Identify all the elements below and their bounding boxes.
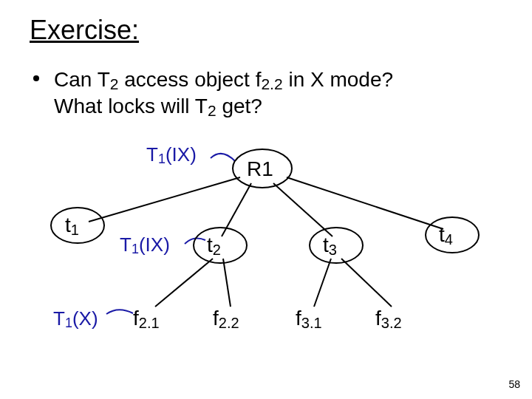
- edge-r1-t1: [89, 177, 240, 222]
- lock-label-r1: T1(IX): [146, 143, 197, 166]
- lock-arc-r1: [211, 154, 235, 161]
- tree-diagram: R1 t1 t2 t3 t4 f2.1 f2.2 f3.1 f3.2 T1(IX…: [0, 0, 532, 399]
- node-r1-label: R1: [247, 157, 273, 180]
- edge-t2-f22: [223, 259, 231, 307]
- node-f21-label: f2.1: [133, 307, 160, 331]
- lock-label-f21: T1(X): [53, 307, 98, 330]
- node-t2-label: t2: [207, 233, 221, 258]
- node-t3-label: t3: [323, 233, 337, 258]
- lock-arc-f21: [106, 310, 133, 314]
- node-t1-label: t1: [65, 214, 79, 238]
- node-f22-label: f2.2: [213, 307, 239, 331]
- node-f32-label: f3.2: [375, 307, 402, 331]
- node-t4-label: t4: [439, 223, 453, 248]
- page-number: 58: [508, 378, 520, 390]
- edge-t3-f32: [341, 259, 392, 307]
- edge-t2-f21: [155, 259, 213, 307]
- edge-r1-t4: [287, 177, 443, 229]
- edge-t3-f31: [314, 259, 331, 307]
- edge-r1-t3: [273, 183, 332, 236]
- lock-label-t2: T1(IX): [120, 233, 170, 256]
- node-f31-label: f3.1: [296, 307, 322, 331]
